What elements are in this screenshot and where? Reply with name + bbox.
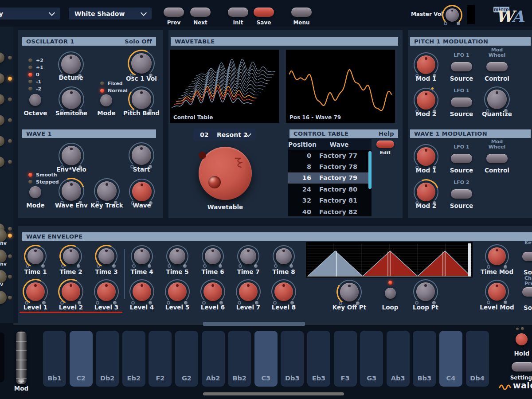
control-table-row[interactable]: 8 Factory 78 — [288, 161, 372, 172]
start-knob[interactable] — [132, 145, 151, 165]
wavetable-select-dropdown[interactable]: 02 Resont 2 — [194, 129, 256, 141]
keyboard-scroll-thumb[interactable] — [203, 322, 305, 326]
time-mod-knob[interactable] — [488, 247, 506, 265]
piano-key[interactable]: F3 — [334, 331, 357, 387]
rail-knob-item[interactable]: v — [0, 266, 13, 287]
piano-key[interactable]: F2 — [149, 331, 172, 387]
control-table-row[interactable]: 24 Factory 80 — [288, 184, 372, 195]
piano-key[interactable]: Eb2 — [122, 331, 145, 387]
pitch-mod1-control-button[interactable] — [486, 62, 508, 71]
key-track-knob[interactable] — [97, 181, 117, 201]
time-2-knob[interactable] — [63, 248, 79, 264]
piano-key[interactable]: G3 — [360, 331, 383, 387]
level-mod-knob[interactable] — [488, 283, 506, 301]
bank-dropdown[interactable]: Factory — [0, 8, 60, 20]
level-8-knob[interactable] — [274, 282, 293, 301]
wave-knob[interactable] — [132, 182, 152, 201]
wavetable-knob[interactable] — [199, 147, 252, 200]
piano-key[interactable]: Db2 — [96, 331, 119, 387]
solo-status[interactable]: Solo Off — [125, 37, 152, 46]
semitone-knob[interactable] — [62, 90, 81, 109]
help-link[interactable]: Help — [379, 129, 394, 138]
time-3-knob[interactable] — [98, 248, 114, 264]
pitch-mod1-knob[interactable] — [417, 55, 435, 74]
rail-knob-item[interactable]: nv — [0, 246, 13, 267]
piano-key[interactable]: Bb2 — [228, 331, 251, 387]
control-table-row[interactable]: 32 Factory 81 — [288, 195, 372, 206]
pitch-wheel-partial[interactable] — [0, 332, 4, 382]
piano-key[interactable]: Ab2 — [202, 331, 225, 387]
patch-dropdown[interactable]: White Shadow — [69, 8, 152, 20]
wave-mod2-knob[interactable] — [417, 183, 435, 201]
osc1-vol-knob[interactable] — [131, 53, 152, 74]
level-mod-source-button[interactable] — [522, 287, 532, 297]
piano-key[interactable]: Bb3 — [413, 331, 436, 387]
piano-key[interactable]: C2 — [70, 331, 93, 387]
rail-knob[interactable] — [0, 52, 4, 63]
rail-knob-item[interactable] — [0, 89, 13, 110]
quantize-knob[interactable] — [487, 90, 507, 109]
level-7-knob[interactable] — [239, 282, 258, 301]
loop-pt-knob[interactable] — [416, 282, 435, 301]
rail-knob-item[interactable] — [0, 110, 13, 130]
rail-knob[interactable] — [0, 94, 4, 105]
wave-mod1-knob[interactable] — [417, 147, 435, 166]
level-3-knob[interactable] — [97, 282, 116, 301]
rail-knob-item[interactable] — [0, 151, 13, 172]
keyboard-scrollbar[interactable] — [203, 392, 344, 395]
pitch-mod2-knob[interactable] — [417, 91, 435, 110]
control-table-row[interactable]: 0 Factory 77 — [288, 150, 372, 161]
level-1-knob[interactable] — [26, 282, 45, 301]
pitch-bend-knob[interactable] — [132, 90, 151, 109]
time-8-knob[interactable] — [276, 248, 292, 264]
init-button[interactable] — [228, 8, 248, 17]
prev-button[interactable] — [164, 8, 184, 17]
piano-key[interactable]: C3 — [254, 331, 278, 387]
time-6-knob[interactable] — [205, 248, 221, 264]
time-5-knob[interactable] — [169, 248, 185, 264]
rail-knob-item[interactable] — [0, 68, 13, 89]
rail-knob-item[interactable]: nv — [0, 225, 13, 246]
piano-key[interactable]: Db4 — [466, 331, 489, 387]
osc-mode-button[interactable] — [100, 94, 112, 106]
rail-knob[interactable] — [0, 291, 7, 304]
piano-key[interactable]: Eb3 — [307, 331, 330, 387]
save-button[interactable] — [254, 8, 274, 17]
wave-mode-button[interactable] — [29, 186, 41, 198]
rail-knob[interactable] — [0, 136, 4, 146]
level-2-knob[interactable] — [62, 282, 80, 301]
level-5-knob[interactable] — [168, 282, 187, 301]
control-table-row[interactable]: 40 Factory 82 — [288, 206, 372, 216]
edit-button[interactable] — [376, 141, 394, 148]
wave-mod1-control-button[interactable] — [486, 154, 508, 163]
master-vol-knob[interactable] — [446, 8, 459, 22]
piano-key[interactable]: Db3 — [281, 331, 304, 387]
loop-button[interactable] — [385, 288, 396, 299]
level-4-knob[interactable] — [133, 282, 151, 301]
mod-wheel[interactable] — [16, 332, 27, 384]
wave-env-knob[interactable] — [62, 181, 81, 201]
menu-button[interactable] — [291, 8, 312, 17]
time-4-knob[interactable] — [134, 248, 150, 264]
wave-mod1-source-button[interactable] — [451, 154, 472, 163]
detune-knob[interactable] — [61, 55, 81, 74]
rail-knob[interactable] — [0, 156, 4, 167]
env-velo-knob[interactable] — [62, 146, 81, 165]
control-table-scrollbar[interactable] — [368, 151, 372, 189]
rail-knob[interactable] — [0, 115, 4, 125]
piano-key[interactable]: G2 — [175, 331, 198, 387]
rail-knob-item[interactable] — [0, 47, 13, 68]
level-6-knob[interactable] — [203, 282, 222, 301]
settings-button[interactable] — [512, 362, 532, 372]
piano-key[interactable]: Ab3 — [387, 331, 410, 387]
rail-knob-item[interactable] — [0, 130, 13, 151]
pitch-mod2-source-button[interactable] — [451, 98, 472, 107]
control-table-row[interactable]: 16 Factory 79 — [288, 172, 372, 184]
octave-button[interactable] — [29, 94, 41, 106]
key-off-pt-knob[interactable] — [340, 283, 359, 301]
time-mod-source-button[interactable] — [522, 252, 532, 261]
next-button[interactable] — [190, 8, 211, 17]
rail-knob[interactable] — [0, 73, 4, 84]
time-1-knob[interactable] — [27, 248, 43, 264]
hold-button[interactable] — [516, 333, 528, 345]
